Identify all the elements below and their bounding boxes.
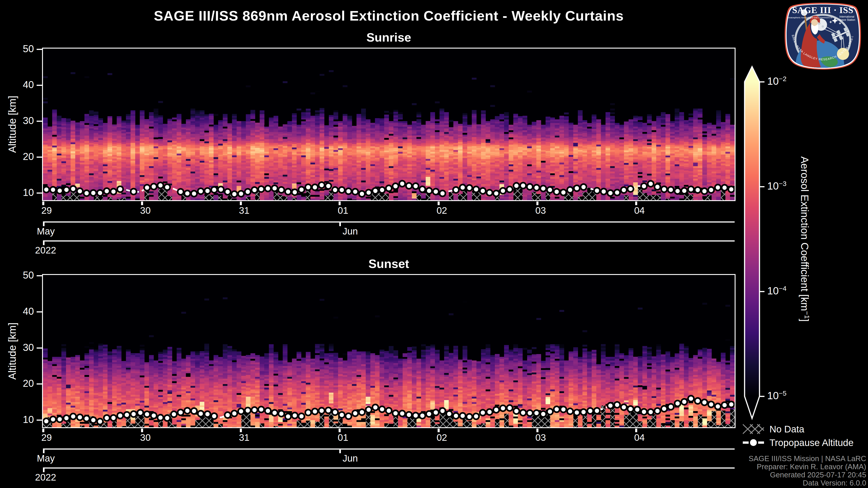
x-day-label: 04 [634,432,645,443]
x-day-tick [339,429,341,432]
logo-moon-crater [822,25,824,28]
colorbar-tick-label: 10−4 [767,285,786,297]
sunset-heatmap-canvas [43,275,735,427]
year-label: 2022 [35,245,56,256]
attribution-block: SAGE III/ISS Mission | NASA LaRC Prepare… [749,455,866,487]
colorbar-tick-label: 10−2 [767,75,786,87]
x-day-label: 30 [140,432,151,443]
x-day-label: 30 [140,205,151,216]
year-tick [43,241,44,245]
logo-title: SAGE III · ISS [792,5,853,15]
month-tick [339,450,341,453]
x-day-tick [536,201,538,205]
month-label-right: Jun [342,226,358,237]
attribution-line: Data Version: 6.0.0 [749,479,866,487]
y-tick [37,49,42,50]
year-tick [43,468,44,472]
logo-subtitle-right: International [839,15,855,18]
month-label-right: Jun [342,453,358,464]
x-day-label: 29 [41,432,52,443]
month-axis-line [43,221,735,223]
sunrise-heatmap-canvas [43,48,735,200]
colorbar-label-sup: −1 [803,311,811,319]
x-day-label: 03 [535,205,546,216]
colorbar-label-post: ] [799,319,811,322]
y-tick-label: 20 [0,151,34,162]
colorbar-arrow-shape [745,67,760,418]
attribution-line: Generated 2025-07-17 20:45 [749,471,866,479]
y-tick-label: 30 [0,342,34,353]
colorbar-tick-label: 10−5 [767,390,786,402]
x-day-tick [635,201,637,205]
y-tick [37,121,42,122]
y-tick-label: 10 [0,187,34,198]
x-day-tick [42,429,44,432]
y-tick [37,275,42,276]
colorbar-tick-label: 10−3 [767,180,786,192]
y-tick-label: 50 [0,43,34,55]
year-axis-line [43,467,735,468]
x-day-tick [42,201,44,205]
x-day-label: 01 [338,432,348,443]
colorbar-tick [760,291,765,292]
x-day-tick [438,429,440,432]
x-day-label: 31 [239,205,250,216]
page-title: SAGE III/ISS 869nm Aerosol Extinction Co… [43,8,735,24]
y-tick [37,311,42,313]
y-tick-label: 40 [0,79,34,90]
panel-title-sunset: Sunset [43,257,735,271]
y-tick-label: 20 [0,378,34,389]
x-day-tick [240,201,242,205]
month-tick [43,223,44,226]
month-tick [43,450,44,453]
month-tick [339,223,341,226]
year-label: 2022 [35,472,56,483]
colorbar [741,63,771,425]
month-label-left: May [37,453,55,464]
x-day-label: 04 [634,205,645,216]
x-day-label: 01 [338,205,348,216]
y-tick [37,348,42,349]
y-tick [37,420,42,421]
logo-subtitle-right: Space Station [838,18,855,22]
x-day-label: 02 [436,205,447,216]
x-day-label: 29 [41,205,52,216]
colorbar-tick [760,81,765,83]
x-day-label: 03 [535,432,546,443]
y-tick [37,85,42,86]
month-axis-line [43,449,735,450]
y-tick [37,383,42,385]
y-tick-label: 10 [0,414,34,425]
legend-tropopause-label: Tropopause Altitude [770,437,854,448]
legend-no-data-label: No Data [770,424,804,435]
logo-subtitle-left: Stratospheric Aerosol and Gas Experiment… [787,17,832,19]
colorbar-tick [760,186,765,187]
y-tick [37,157,42,158]
x-day-tick [438,201,440,205]
x-day-tick [141,429,143,432]
y-tick-label: 50 [0,269,34,281]
x-day-tick [240,429,242,432]
panel-title-sunrise: Sunrise [43,30,735,44]
x-day-tick [536,429,538,432]
month-label-left: May [37,226,55,237]
colorbar-tick [760,396,765,397]
x-day-tick [339,201,341,205]
tropopause-marker-swatch [743,436,764,449]
year-axis-line [43,240,735,241]
x-day-label: 02 [436,432,447,443]
sage-iii-iss-logo: SAGE III · ISS Stratospheric Aerosol and… [782,1,863,71]
x-day-tick [141,201,143,205]
y-tick [37,193,42,194]
y-tick-label: 30 [0,115,34,126]
attribution-line: SAGE III/ISS Mission | NASA LaRC [749,455,866,463]
x-day-tick [635,429,637,432]
attribution-line: Preparer: Kevin R. Leavor (AMA) [749,463,866,471]
colorbar-label-pre: Aerosol Extinction Coefficient [km [799,156,811,311]
figure-root: SAGE III/ISS 869nm Aerosol Extinction Co… [0,0,868,488]
no-data-hatch-swatch [743,423,764,435]
colorbar-axis-label: Aerosol Extinction Coefficient [km−1] [799,156,811,322]
x-day-label: 31 [239,432,250,443]
y-tick-label: 40 [0,306,34,317]
